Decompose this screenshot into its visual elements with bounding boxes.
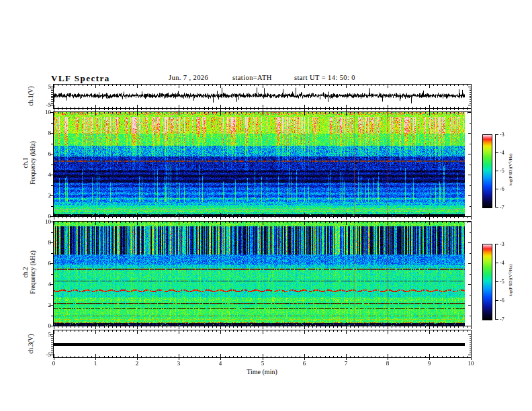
y-tick xyxy=(470,96,471,97)
x-tick xyxy=(250,107,251,108)
x-tick xyxy=(371,330,371,332)
x-tick xyxy=(208,326,209,328)
x-tick xyxy=(341,217,342,218)
x-tick xyxy=(371,217,371,218)
x-tick xyxy=(433,326,434,328)
y-tick xyxy=(51,351,53,351)
x-tick xyxy=(187,356,188,357)
x-tick xyxy=(275,217,275,218)
x-tick xyxy=(267,112,267,113)
x-tick xyxy=(279,356,279,357)
x-tick xyxy=(95,354,96,357)
x-tick xyxy=(54,217,54,220)
y-tick xyxy=(51,342,53,343)
x-tick xyxy=(71,217,71,218)
x-tick xyxy=(304,217,305,220)
x-tick xyxy=(91,330,92,332)
x-tick xyxy=(83,217,83,218)
x-tick xyxy=(408,112,409,113)
x-tick xyxy=(171,85,171,86)
x-tick xyxy=(133,356,134,357)
x-tick xyxy=(446,326,447,328)
y-tick xyxy=(51,123,53,124)
x-tick xyxy=(408,85,409,86)
x-tick xyxy=(384,330,384,332)
x-tick xyxy=(208,330,209,332)
x-tick xyxy=(99,109,100,110)
y-tick xyxy=(468,195,471,196)
x-tick xyxy=(241,107,242,108)
x-tick xyxy=(454,112,455,113)
x-tick xyxy=(287,356,288,357)
x-tick xyxy=(58,356,58,357)
x-tick xyxy=(87,112,88,113)
x-tick xyxy=(212,222,213,223)
x-tick xyxy=(58,326,58,328)
x-tick xyxy=(75,217,75,218)
x-tick xyxy=(141,109,142,110)
x-tick xyxy=(220,354,221,357)
x-tick xyxy=(346,217,347,220)
x-tick xyxy=(388,85,388,88)
x-tick xyxy=(133,85,134,86)
x-tick xyxy=(241,222,242,223)
y-tick xyxy=(51,185,53,186)
x-tick xyxy=(125,330,126,332)
x-tick xyxy=(263,105,263,108)
y-tick xyxy=(470,295,471,295)
x-tick xyxy=(300,222,300,223)
x-tick xyxy=(146,326,146,328)
colorbar-ch1-canvas xyxy=(483,135,492,208)
x-tick-label: 7 xyxy=(339,361,353,367)
x-tick xyxy=(267,109,267,110)
x-tick xyxy=(158,112,159,113)
y-tick xyxy=(470,232,471,233)
x-tick xyxy=(279,217,279,218)
x-tick xyxy=(108,107,109,108)
x-tick xyxy=(320,112,321,113)
x-tick xyxy=(437,356,438,357)
x-tick xyxy=(396,356,396,357)
x-tick xyxy=(95,105,96,108)
x-tick xyxy=(275,109,275,110)
x-tick xyxy=(263,354,263,357)
x-tick xyxy=(225,326,226,328)
x-tick xyxy=(437,107,438,108)
x-tick xyxy=(425,217,426,218)
x-tick xyxy=(258,107,259,108)
x-tick xyxy=(225,356,226,357)
colorbar-tick xyxy=(495,244,498,244)
x-tick xyxy=(425,356,426,357)
x-tick-label: 8 xyxy=(381,361,394,367)
x-tick xyxy=(446,222,447,223)
x-tick xyxy=(420,85,421,86)
x-tick xyxy=(137,105,138,108)
x-tick xyxy=(237,356,238,357)
x-tick xyxy=(341,107,342,108)
x-tick xyxy=(179,354,179,357)
x-tick xyxy=(388,112,388,116)
x-tick xyxy=(412,112,413,113)
x-tick xyxy=(179,105,179,108)
x-tick xyxy=(204,326,205,328)
x-tick xyxy=(237,217,238,218)
y-tick xyxy=(470,336,471,337)
x-tick xyxy=(167,326,167,328)
x-tick xyxy=(254,107,255,108)
x-tick xyxy=(58,217,58,218)
x-tick xyxy=(329,217,330,218)
y-tick xyxy=(51,349,53,349)
y-tick xyxy=(51,89,53,89)
y-tick-label: -5 xyxy=(35,102,51,108)
x-tick xyxy=(116,326,117,328)
x-tick xyxy=(229,217,230,218)
x-tick xyxy=(108,326,109,328)
x-tick xyxy=(283,109,284,110)
x-tick xyxy=(120,85,121,86)
x-tick xyxy=(216,330,217,332)
x-tick xyxy=(66,107,67,108)
x-tick xyxy=(429,322,430,326)
x-tick xyxy=(204,85,205,86)
x-tick xyxy=(175,326,175,328)
x-tick xyxy=(458,330,459,332)
